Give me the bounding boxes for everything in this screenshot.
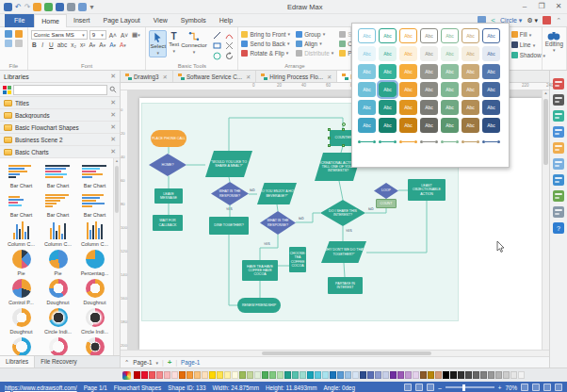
- doc-tab-hiring-process-flo-[interactable]: Hiring Process Flo...✕: [256, 71, 337, 82]
- decrease-font-icon[interactable]: A˅: [120, 32, 129, 39]
- menu-tab-view[interactable]: View: [147, 14, 174, 27]
- library-search-input[interactable]: [13, 85, 107, 95]
- maximize-button[interactable]: ❐: [533, 0, 550, 13]
- flow-node-have-beverage[interactable]: HAVE TEA HAVE COFFEE HAVE COCOA: [242, 260, 278, 281]
- palette-color-43[interactable]: [458, 371, 464, 379]
- connector-style-3[interactable]: [420, 138, 438, 145]
- bullet-list-icon[interactable]: A▾: [98, 41, 106, 48]
- style-swatch-gray-0[interactable]: Abc: [420, 28, 438, 43]
- palette-color-35[interactable]: [397, 371, 404, 379]
- style-swatch-green-5[interactable]: Abc: [441, 118, 459, 133]
- palette-color-31[interactable]: [367, 371, 374, 379]
- palette-color-38[interactable]: [420, 371, 427, 379]
- library-folder-business-scene-2[interactable]: Business Scene 2✕: [0, 134, 120, 146]
- palette-color-23[interactable]: [307, 371, 314, 379]
- connector-style-1[interactable]: [379, 138, 397, 145]
- style-swatch-amber-5[interactable]: Abc: [399, 118, 417, 133]
- palette-color-1[interactable]: [141, 371, 148, 379]
- save-icon[interactable]: [4, 3, 12, 11]
- palette-color-4[interactable]: [164, 371, 170, 379]
- palette-color-42[interactable]: [450, 371, 457, 379]
- connector-style-5[interactable]: [462, 138, 479, 145]
- palette-color-32[interactable]: [375, 371, 381, 379]
- connector-style-4[interactable]: [441, 138, 459, 145]
- print-icon[interactable]: [67, 3, 75, 11]
- gear-icon[interactable]: ⚙ ▾: [526, 17, 538, 24]
- palette-color-2[interactable]: [149, 371, 155, 379]
- palette-color-10[interactable]: [209, 371, 216, 379]
- palette-color-51[interactable]: [518, 371, 525, 379]
- redo-icon[interactable]: ↷: [24, 3, 31, 11]
- selection-handle[interactable]: [328, 128, 331, 131]
- palette-color-20[interactable]: [284, 371, 291, 379]
- shape-item-barh_pair[interactable]: Bar Chart: [77, 191, 112, 218]
- palette-color-46[interactable]: [480, 371, 487, 379]
- style-swatch-tan-5[interactable]: Abc: [462, 118, 479, 133]
- palette-color-25[interactable]: [322, 371, 329, 379]
- palette-color-41[interactable]: [443, 371, 449, 379]
- flow-node-dine-together[interactable]: DINE TOGETHER?: [209, 217, 249, 235]
- editing-button[interactable]: Editing: [545, 41, 563, 47]
- palette-color-45[interactable]: [473, 371, 479, 379]
- close-library-icon[interactable]: ✕: [110, 99, 116, 106]
- palette-color-5[interactable]: [171, 371, 178, 379]
- palette-icon[interactable]: [122, 371, 131, 380]
- font-style-button-x₂[interactable]: x₂: [70, 41, 77, 48]
- comment-icon[interactable]: [553, 206, 564, 218]
- help-icon[interactable]: ?: [553, 222, 564, 234]
- shape-item-barh_solid[interactable]: Bar Chart: [40, 191, 75, 218]
- copy-icon[interactable]: [5, 40, 12, 47]
- panel-tab-file-recovery[interactable]: File Recovery: [35, 356, 83, 368]
- close-library-icon[interactable]: ✕: [110, 148, 116, 155]
- palette-color-39[interactable]: [428, 371, 434, 379]
- libraries-close-icon[interactable]: ✕: [110, 73, 116, 80]
- shape-item-ring_b[interactable]: [40, 337, 75, 355]
- doc-tab-drawing3[interactable]: Drawing3✕: [121, 71, 173, 82]
- new-document-icon[interactable]: [33, 3, 41, 11]
- vertical-scrollbar[interactable]: ▲: [542, 90, 549, 350]
- text-tool-button[interactable]: T Text▾: [169, 30, 179, 55]
- table-icon[interactable]: ▦▾: [131, 31, 141, 39]
- library-menu-icon[interactable]: [3, 86, 11, 94]
- palette-color-47[interactable]: [488, 371, 494, 379]
- style-swatch-navy-2[interactable]: Abc: [482, 64, 500, 79]
- palette-color-0[interactable]: [134, 371, 140, 379]
- close-library-icon[interactable]: ✕: [110, 136, 116, 143]
- selection-handle[interactable]: [342, 144, 345, 147]
- style-swatch-gray-2[interactable]: Abc: [420, 64, 438, 79]
- zoom-level[interactable]: 70%: [505, 384, 517, 391]
- shape-item-colv_c[interactable]: Column C...: [77, 220, 112, 247]
- flow-node-renew-friendship[interactable]: RENEW FRIENDSHIP: [237, 298, 281, 313]
- style-swatch-navy-5[interactable]: Abc: [482, 118, 500, 133]
- palette-color-24[interactable]: [315, 371, 321, 379]
- line-button[interactable]: Line▾: [511, 40, 539, 50]
- library-folder-titles[interactable]: Titles✕: [0, 97, 120, 109]
- shape-item-circle_b[interactable]: Circle Indi...: [77, 308, 112, 335]
- arc-tool-icon[interactable]: [225, 31, 234, 40]
- shape-item-barh_a[interactable]: Bar Chart: [4, 162, 39, 188]
- shape-item-pie_a[interactable]: Pie: [4, 250, 39, 276]
- style-swatch-amber-4[interactable]: Abc: [399, 100, 417, 115]
- palette-color-37[interactable]: [413, 371, 419, 379]
- palette-color-7[interactable]: [186, 371, 193, 379]
- palette-color-6[interactable]: [179, 371, 186, 379]
- shape-item-barh_stack[interactable]: Bar Chart: [40, 162, 75, 188]
- menu-tab-insert[interactable]: Insert: [67, 14, 97, 27]
- send-to-back-button[interactable]: Send to Back▾: [241, 39, 290, 48]
- group-button[interactable]: Group▾: [296, 29, 333, 39]
- open-icon[interactable]: [44, 3, 53, 11]
- palette-color-14[interactable]: [239, 371, 246, 379]
- selection-handle[interactable]: [328, 137, 331, 139]
- close-tab-icon[interactable]: ✕: [246, 74, 251, 80]
- undo-icon[interactable]: ↶: [15, 3, 22, 11]
- paste-icon[interactable]: [15, 30, 23, 38]
- select-tool-button[interactable]: Select▾: [149, 30, 167, 57]
- connector-style-0[interactable]: [358, 138, 376, 145]
- shape-item-donut_a[interactable]: Doughnut: [40, 279, 75, 305]
- close-library-icon[interactable]: ✕: [110, 111, 116, 119]
- library-folder-backgrounds[interactable]: Backgrounds✕: [0, 109, 120, 122]
- palette-color-21[interactable]: [292, 371, 299, 379]
- library-folder-basic-flowchart-shapes[interactable]: Basic Flowchart Shapes✕: [0, 122, 120, 134]
- page-view-icon[interactable]: [415, 384, 423, 391]
- palette-color-26[interactable]: [330, 371, 336, 379]
